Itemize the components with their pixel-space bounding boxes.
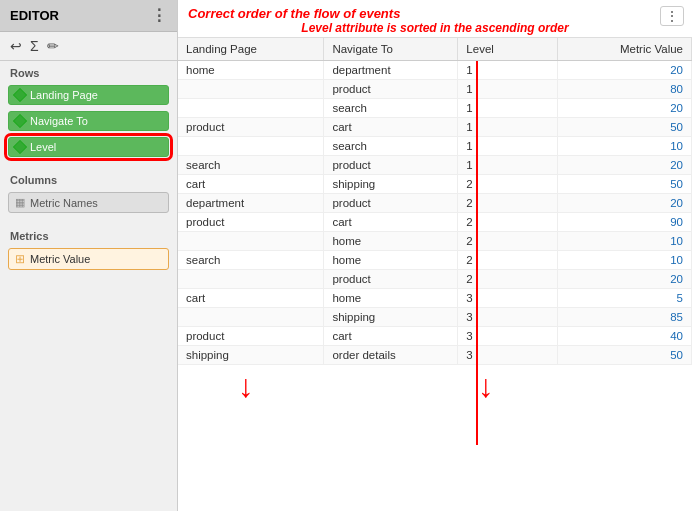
table-row: productcart150 bbox=[178, 118, 692, 137]
sidebar-title: EDITOR bbox=[10, 8, 59, 23]
cell-navigate: cart bbox=[324, 118, 458, 137]
cell-landing: product bbox=[178, 213, 324, 232]
sidebar: EDITOR ⋮ ↩ Σ ✏ Rows Landing Page Navigat… bbox=[0, 0, 178, 511]
cell-landing bbox=[178, 308, 324, 327]
cell-navigate: product bbox=[324, 194, 458, 213]
cell-navigate: product bbox=[324, 80, 458, 99]
cell-navigate: search bbox=[324, 99, 458, 118]
table-row: productcart340 bbox=[178, 327, 692, 346]
table-row: shippingorder details350 bbox=[178, 346, 692, 365]
col-landing-page: Landing Page bbox=[178, 38, 324, 61]
cell-level: 3 bbox=[458, 308, 558, 327]
cell-metric-value: 90 bbox=[558, 213, 692, 232]
cell-metric-value: 10 bbox=[558, 251, 692, 270]
cell-metric-value: 80 bbox=[558, 80, 692, 99]
cell-level: 2 bbox=[458, 194, 558, 213]
cell-level: 2 bbox=[458, 270, 558, 289]
table-row: search120 bbox=[178, 99, 692, 118]
cell-landing: shipping bbox=[178, 346, 324, 365]
sidebar-more-icon[interactable]: ⋮ bbox=[151, 6, 167, 25]
cell-level: 3 bbox=[458, 346, 558, 365]
cell-navigate: search bbox=[324, 137, 458, 156]
field-navigate-to-label: Navigate To bbox=[30, 115, 88, 127]
cell-metric-value: 50 bbox=[558, 175, 692, 194]
table-icon: ⊞ bbox=[15, 252, 25, 266]
table-row: home210 bbox=[178, 232, 692, 251]
field-navigate-to[interactable]: Navigate To bbox=[8, 111, 169, 131]
table-row: product180 bbox=[178, 80, 692, 99]
right-arrow-down: ↓ bbox=[478, 368, 494, 405]
data-table: Landing Page Navigate To Level Metric Va… bbox=[178, 38, 692, 365]
table-row: productcart290 bbox=[178, 213, 692, 232]
cell-navigate: shipping bbox=[324, 175, 458, 194]
grid-icon: ▦ bbox=[15, 196, 25, 209]
cell-landing: product bbox=[178, 327, 324, 346]
col-metric-value: Metric Value bbox=[558, 38, 692, 61]
metrics-label: Metrics bbox=[0, 224, 177, 245]
table-row: cartshipping250 bbox=[178, 175, 692, 194]
field-metric-value-label: Metric Value bbox=[30, 253, 90, 265]
sidebar-toolbar: ↩ Σ ✏ bbox=[0, 32, 177, 61]
cell-metric-value: 20 bbox=[558, 270, 692, 289]
table-row: searchhome210 bbox=[178, 251, 692, 270]
cell-level: 3 bbox=[458, 327, 558, 346]
cell-level: 2 bbox=[458, 175, 558, 194]
cell-level: 2 bbox=[458, 213, 558, 232]
main-content: Correct order of the flow of events Leve… bbox=[178, 0, 692, 511]
field-metric-names-label: Metric Names bbox=[30, 197, 98, 209]
diamond-icon bbox=[13, 114, 27, 128]
field-metric-names[interactable]: ▦ Metric Names bbox=[8, 192, 169, 213]
cell-landing bbox=[178, 80, 324, 99]
cell-navigate: product bbox=[324, 270, 458, 289]
cell-metric-value: 40 bbox=[558, 327, 692, 346]
cell-navigate: order details bbox=[324, 346, 458, 365]
field-level[interactable]: Level bbox=[8, 137, 169, 157]
cell-navigate: shipping bbox=[324, 308, 458, 327]
col-navigate-to: Navigate To bbox=[324, 38, 458, 61]
main-title2: Level attribute is sorted in the ascendi… bbox=[188, 21, 682, 35]
left-arrow-down: ↓ bbox=[238, 368, 254, 405]
cell-navigate: cart bbox=[324, 327, 458, 346]
cell-level: 1 bbox=[458, 61, 558, 80]
table-row: product220 bbox=[178, 270, 692, 289]
cell-level: 1 bbox=[458, 80, 558, 99]
cell-level: 1 bbox=[458, 99, 558, 118]
cell-landing: department bbox=[178, 194, 324, 213]
cell-level: 3 bbox=[458, 289, 558, 308]
cell-metric-value: 20 bbox=[558, 99, 692, 118]
diamond-icon bbox=[13, 140, 27, 154]
table-row: shipping385 bbox=[178, 308, 692, 327]
cell-navigate: cart bbox=[324, 213, 458, 232]
sigma-icon[interactable]: Σ bbox=[30, 38, 39, 54]
cell-navigate: home bbox=[324, 289, 458, 308]
field-metric-value[interactable]: ⊞ Metric Value bbox=[8, 248, 169, 270]
cell-landing: home bbox=[178, 61, 324, 80]
undo-icon[interactable]: ↩ bbox=[10, 38, 22, 54]
cell-level: 2 bbox=[458, 251, 558, 270]
cell-landing: cart bbox=[178, 175, 324, 194]
cell-level: 1 bbox=[458, 156, 558, 175]
cell-metric-value: 20 bbox=[558, 156, 692, 175]
cell-metric-value: 5 bbox=[558, 289, 692, 308]
cell-landing bbox=[178, 270, 324, 289]
cell-metric-value: 20 bbox=[558, 194, 692, 213]
main-more-button[interactable]: ⋮ bbox=[660, 6, 684, 26]
main-header: Correct order of the flow of events Leve… bbox=[178, 0, 692, 38]
table-row: carthome35 bbox=[178, 289, 692, 308]
cell-level: 2 bbox=[458, 232, 558, 251]
rows-label: Rows bbox=[0, 61, 177, 82]
cell-navigate: product bbox=[324, 156, 458, 175]
main-title1: Correct order of the flow of events bbox=[188, 6, 682, 21]
cell-navigate: department bbox=[324, 61, 458, 80]
cell-metric-value: 10 bbox=[558, 232, 692, 251]
field-landing-page[interactable]: Landing Page bbox=[8, 85, 169, 105]
cell-metric-value: 85 bbox=[558, 308, 692, 327]
table-row: search110 bbox=[178, 137, 692, 156]
cell-navigate: home bbox=[324, 232, 458, 251]
edit-icon[interactable]: ✏ bbox=[47, 38, 59, 54]
cell-landing bbox=[178, 99, 324, 118]
field-level-label: Level bbox=[30, 141, 56, 153]
cell-level: 1 bbox=[458, 137, 558, 156]
cell-landing: product bbox=[178, 118, 324, 137]
cell-metric-value: 50 bbox=[558, 346, 692, 365]
